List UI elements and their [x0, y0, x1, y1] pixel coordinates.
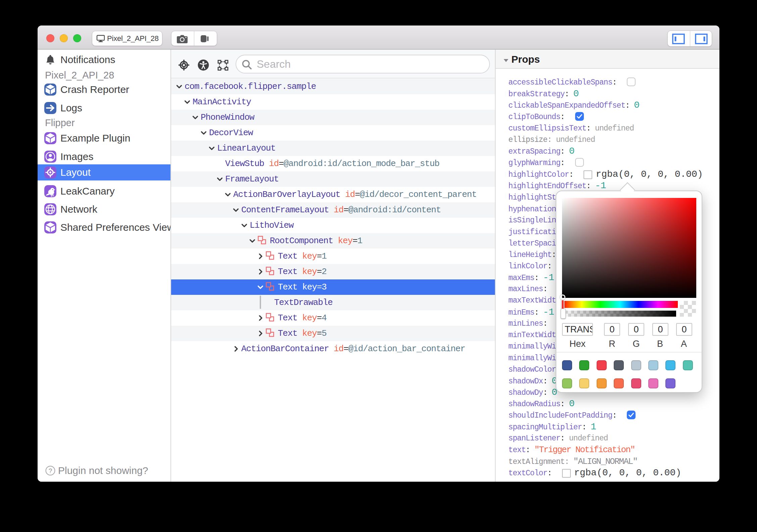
svg-text:?: ? — [49, 467, 52, 474]
